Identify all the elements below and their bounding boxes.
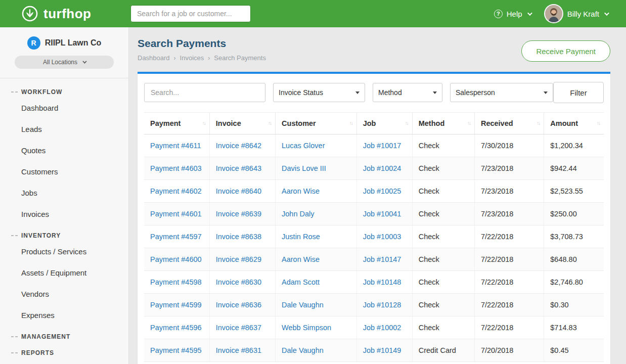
sidebar-item-dashboard[interactable]: Dashboard bbox=[0, 98, 128, 119]
payment-link[interactable]: Payment #4601 bbox=[150, 210, 202, 218]
sidebar-item-quotes[interactable]: Quotes bbox=[0, 140, 128, 161]
payment-link[interactable]: Payment #4600 bbox=[150, 255, 202, 263]
job-link[interactable]: Job #10149 bbox=[363, 346, 401, 354]
customer-link[interactable]: Webb Simpson bbox=[282, 324, 331, 332]
customer-link[interactable]: Justin Rose bbox=[282, 233, 320, 241]
payment-link[interactable]: Payment #4596 bbox=[150, 324, 202, 332]
invoice-link[interactable]: Invoice #8639 bbox=[216, 210, 261, 218]
customer-link[interactable]: Adam Scott bbox=[282, 278, 320, 286]
invoice-link[interactable]: Invoice #8636 bbox=[216, 301, 261, 309]
cell-job: Job #10017 bbox=[356, 134, 412, 157]
column-header-amount[interactable]: Amount↑↓ bbox=[544, 113, 604, 134]
job-link[interactable]: Job #10002 bbox=[363, 324, 401, 332]
payment-link[interactable]: Payment #4611 bbox=[150, 142, 201, 150]
sidebar-item-invoices[interactable]: Invoices bbox=[0, 204, 128, 225]
cell-customer: John Daly bbox=[276, 203, 357, 225]
cell-payment: Payment #4599 bbox=[144, 294, 209, 316]
section-dash-icon bbox=[11, 92, 18, 93]
sidebar-item-vendors[interactable]: Vendors bbox=[0, 284, 128, 305]
payment-link[interactable]: Payment #4599 bbox=[150, 301, 202, 309]
receive-payment-button[interactable]: Receive Payment bbox=[521, 40, 610, 62]
cell-received: 7/22/2018 bbox=[474, 294, 544, 316]
cell-invoice: Invoice #8629 bbox=[209, 248, 275, 271]
sort-icon[interactable]: ↑↓ bbox=[405, 120, 408, 126]
customer-link[interactable]: Lucas Glover bbox=[282, 142, 325, 150]
cell-amount: $1,200.34 bbox=[544, 134, 604, 157]
invoice-link[interactable]: Invoice #8642 bbox=[216, 142, 261, 150]
invoice-link[interactable]: Invoice #8637 bbox=[216, 324, 261, 332]
payment-link[interactable]: Payment #4603 bbox=[150, 164, 202, 172]
user-menu[interactable]: Billy Kraft bbox=[544, 4, 608, 23]
user-name: Billy Kraft bbox=[567, 10, 599, 18]
sort-icon[interactable]: ↑↓ bbox=[349, 120, 352, 126]
sort-icon[interactable]: ↑↓ bbox=[467, 120, 470, 126]
payment-link[interactable]: Payment #4602 bbox=[150, 187, 202, 195]
invoice-link[interactable]: Invoice #8638 bbox=[216, 233, 261, 241]
cell-job: Job #10128 bbox=[356, 294, 412, 316]
job-link[interactable]: Job #10024 bbox=[363, 164, 401, 172]
company-switcher[interactable]: R RIIPL Lawn Co bbox=[0, 36, 128, 50]
sort-icon[interactable]: ↑↓ bbox=[597, 120, 600, 126]
table-row: Payment #4603Invoice #8643Davis Love III… bbox=[144, 157, 604, 180]
method-select[interactable]: Method bbox=[373, 83, 442, 102]
sidebar-item-customers[interactable]: Customers bbox=[0, 161, 128, 183]
job-link[interactable]: Job #10003 bbox=[363, 233, 401, 241]
cell-customer: Dale Vaughn bbox=[276, 294, 357, 316]
customer-link[interactable]: Dale Vaughn bbox=[282, 346, 324, 354]
payment-link[interactable]: Payment #4595 bbox=[150, 346, 202, 354]
filter-bar: Invoice Status Method Salesperson Filter bbox=[144, 82, 604, 103]
column-header-method[interactable]: Method↑↓ bbox=[412, 113, 474, 134]
cell-invoice: Invoice #8630 bbox=[209, 271, 275, 294]
customer-link[interactable]: Aaron Wise bbox=[282, 187, 320, 195]
sidebar-item-assets-equipment[interactable]: Assets / Equipment bbox=[0, 262, 128, 284]
chevron-down-icon bbox=[82, 59, 86, 63]
column-header-payment[interactable]: Payment↑↓ bbox=[144, 113, 209, 134]
filter-button[interactable]: Filter bbox=[553, 82, 604, 103]
sidebar-item-expenses[interactable]: Expenses bbox=[0, 305, 128, 326]
cell-method: Check bbox=[412, 271, 474, 294]
brand-logo[interactable]: turfhop bbox=[21, 5, 130, 22]
sort-icon[interactable]: ↑↓ bbox=[202, 120, 205, 126]
invoice-link[interactable]: Invoice #8629 bbox=[216, 255, 261, 263]
invoice-status-select[interactable]: Invoice Status bbox=[273, 83, 365, 102]
invoice-link[interactable]: Invoice #8630 bbox=[216, 278, 261, 286]
help-menu[interactable]: ? Help bbox=[494, 10, 531, 18]
global-search-input[interactable] bbox=[130, 5, 251, 22]
payment-link[interactable]: Payment #4597 bbox=[150, 233, 202, 241]
customer-link[interactable]: Davis Love III bbox=[282, 164, 326, 172]
cell-payment: Payment #4611 bbox=[144, 134, 209, 157]
invoice-link[interactable]: Invoice #8640 bbox=[216, 187, 261, 195]
column-header-received[interactable]: Received↑↓ bbox=[474, 113, 544, 134]
column-header-invoice[interactable]: Invoice↑↓ bbox=[209, 113, 275, 134]
customer-link[interactable]: John Daly bbox=[282, 210, 314, 218]
job-link[interactable]: Job #10148 bbox=[363, 278, 401, 286]
column-header-job[interactable]: Job↑↓ bbox=[356, 113, 412, 134]
cell-received: 7/23/2018 bbox=[474, 157, 544, 180]
job-link[interactable]: Job #10128 bbox=[363, 301, 401, 309]
sort-icon[interactable]: ↑↓ bbox=[268, 120, 271, 126]
breadcrumb-invoices[interactable]: Invoices bbox=[180, 54, 204, 62]
chevron-down-icon bbox=[604, 11, 609, 16]
payment-link[interactable]: Payment #4598 bbox=[150, 278, 202, 286]
column-header-customer[interactable]: Customer↑↓ bbox=[276, 113, 357, 134]
topbar: turfhop ? Help Billy Kraft bbox=[0, 0, 626, 27]
customer-link[interactable]: Dale Vaughn bbox=[282, 301, 324, 309]
customer-link[interactable]: Aaron Wise bbox=[282, 255, 320, 263]
cell-invoice: Invoice #8640 bbox=[209, 180, 275, 203]
sort-icon[interactable]: ↑↓ bbox=[536, 120, 540, 126]
sidebar-item-products-services[interactable]: Products / Services bbox=[0, 241, 128, 262]
locations-dropdown[interactable]: All Locations bbox=[15, 56, 114, 69]
job-link[interactable]: Job #10147 bbox=[363, 255, 401, 263]
sidebar-item-leads[interactable]: Leads bbox=[0, 119, 128, 140]
breadcrumb-dashboard[interactable]: Dashboard bbox=[138, 54, 170, 62]
invoice-link[interactable]: Invoice #8631 bbox=[216, 346, 261, 354]
salesperson-select[interactable]: Salesperson bbox=[450, 83, 553, 102]
table-search-input[interactable] bbox=[144, 83, 265, 102]
breadcrumb: Dashboard › Invoices › Search Payments bbox=[138, 54, 266, 62]
job-link[interactable]: Job #10025 bbox=[363, 187, 401, 195]
table-row: Payment #4599Invoice #8636Dale VaughnJob… bbox=[144, 294, 604, 316]
invoice-link[interactable]: Invoice #8643 bbox=[216, 164, 261, 172]
job-link[interactable]: Job #10041 bbox=[363, 210, 401, 218]
job-link[interactable]: Job #10017 bbox=[363, 142, 401, 150]
sidebar-item-jobs[interactable]: Jobs bbox=[0, 183, 128, 204]
